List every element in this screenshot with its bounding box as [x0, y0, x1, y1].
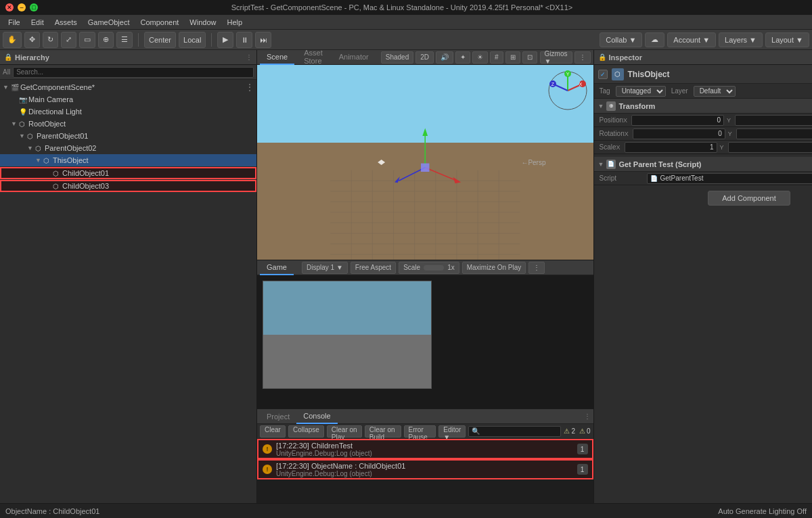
- panel-more-btn[interactable]: ⋮: [584, 413, 591, 420]
- child01-icon: ⬡: [53, 170, 62, 177]
- transform-header[interactable]: ▼ ⊕ Transform ? ⚙ ⋮: [594, 99, 813, 114]
- scale-control[interactable]: Scale 1x: [399, 262, 459, 274]
- hier-root-object[interactable]: ▼ ⬡ RootObject: [0, 118, 256, 130]
- menu-help[interactable]: Help: [221, 17, 248, 28]
- menu-file[interactable]: File: [3, 17, 26, 28]
- animator-tab[interactable]: Animator: [332, 50, 376, 65]
- layers-button[interactable]: Layers ▼: [719, 32, 763, 47]
- clear-btn[interactable]: Clear: [260, 425, 286, 438]
- console-row-0[interactable]: ! [17:22:30] ChildrenTest UnityEngine.De…: [257, 439, 593, 459]
- minimize-button[interactable]: –: [18, 3, 26, 11]
- scale-y-input[interactable]: [728, 142, 812, 153]
- maximize-button[interactable]: □: [30, 3, 38, 11]
- menu-assets[interactable]: Assets: [49, 17, 83, 28]
- fx-toggle[interactable]: ✦: [455, 51, 470, 64]
- rect-tool[interactable]: ▭: [79, 32, 95, 48]
- thisobject-icon: ⬡: [43, 157, 53, 164]
- console-search-input[interactable]: [468, 426, 561, 437]
- hier-parent01[interactable]: ▼ ⬡ ParentObject01: [0, 130, 256, 142]
- scene-grid[interactable]: #: [490, 51, 503, 64]
- play-button[interactable]: ▶: [217, 32, 233, 48]
- clear-on-play-btn[interactable]: Clear on Play: [327, 425, 362, 438]
- inspector-lock-icon[interactable]: 🔒: [598, 53, 606, 61]
- hier-main-camera[interactable]: 📷 Main Camera: [0, 93, 256, 105]
- error-pause-btn[interactable]: Error Pause: [404, 425, 436, 438]
- 2d-toggle[interactable]: 2D: [415, 51, 434, 64]
- collab-button[interactable]: Collab ▼: [600, 32, 642, 47]
- layout-button[interactable]: Layout ▼: [765, 32, 809, 47]
- maximize-on-play[interactable]: Maximize On Play: [462, 262, 526, 274]
- center-toggle[interactable]: Center: [144, 32, 176, 48]
- position-x-input[interactable]: [631, 115, 724, 126]
- gizmos-toggle[interactable]: Gizmos ▼: [540, 51, 572, 64]
- object-active-checkbox[interactable]: ✓: [598, 70, 608, 79]
- scale-row: Scale X Y Z: [594, 141, 813, 154]
- scale-x-input[interactable]: [625, 142, 717, 153]
- local-toggle[interactable]: Local: [179, 32, 206, 48]
- custom-tool[interactable]: ☰: [116, 32, 133, 48]
- console-row-1[interactable]: ! [17:22:30] ObjectName : ChildObject01 …: [257, 459, 593, 479]
- project-tab[interactable]: Project: [260, 409, 296, 424]
- audio-toggle[interactable]: 🔊: [436, 51, 453, 64]
- rotation-x-input[interactable]: [633, 128, 725, 139]
- main-toolbar: ✋ ✥ ↻ ⤢ ▭ ⊕ ☰ Center Local ▶ ⏸ ⏭ Collab …: [0, 30, 812, 50]
- console-line1-1: [17:22:30] ObjectName : ChildObject01: [276, 462, 573, 470]
- scene-tab[interactable]: Scene: [260, 50, 294, 65]
- scene-lighting[interactable]: ☀: [472, 51, 488, 64]
- orientation-gizmo[interactable]: X Y Z: [547, 70, 588, 111]
- inspector-title: Inspector: [609, 53, 643, 62]
- cloud-button[interactable]: ☁: [645, 32, 664, 47]
- hier-child03[interactable]: ⬡ ChildObject03: [0, 180, 256, 192]
- rotate-tool[interactable]: ↻: [43, 32, 58, 48]
- script-field-row: Script 📄 GetParentTest: [594, 172, 813, 185]
- script-value-field[interactable]: 📄 GetParentTest: [647, 173, 813, 184]
- script-component-header[interactable]: ▼ 📄 Get Parent Test (Script) ? ⚙ ⋮: [594, 157, 813, 172]
- hier-this-object[interactable]: ▼ ⬡ ThisObject: [0, 154, 256, 166]
- add-component-button[interactable]: Add Component: [708, 191, 790, 206]
- hier-parent02[interactable]: ▼ ⬡ ParentObject02: [0, 142, 256, 154]
- console-tab[interactable]: Console: [296, 409, 337, 424]
- menu-component[interactable]: Component: [135, 17, 184, 28]
- menu-edit[interactable]: Edit: [26, 17, 49, 28]
- position-y-input[interactable]: [735, 115, 812, 126]
- hierarchy-lock-icon[interactable]: 🔒: [4, 53, 12, 61]
- hierarchy-more-icon[interactable]: ⋮: [246, 53, 252, 61]
- scale-tool[interactable]: ⤢: [61, 32, 76, 48]
- display-dropdown[interactable]: Display 1 ▼: [302, 262, 348, 274]
- aspect-dropdown[interactable]: Free Aspect: [351, 262, 396, 274]
- script-arrow-icon: ▼: [598, 161, 604, 168]
- editor-dropdown[interactable]: Editor ▼: [438, 425, 466, 438]
- scene-more-btn[interactable]: ⋮: [574, 51, 591, 64]
- account-button[interactable]: Account ▼: [667, 32, 716, 47]
- shading-dropdown[interactable]: Shaded: [381, 51, 413, 64]
- step-button[interactable]: ⏭: [255, 32, 271, 48]
- svg-text:X: X: [579, 82, 582, 87]
- asset-store-tab[interactable]: Asset Store: [297, 50, 330, 65]
- scale-x-field: X: [616, 142, 717, 153]
- collapse-btn[interactable]: Collapse: [288, 425, 324, 438]
- move-tool[interactable]: ✥: [24, 32, 40, 48]
- close-button[interactable]: ✕: [5, 3, 14, 11]
- menu-gameobject[interactable]: GameObject: [83, 17, 135, 28]
- rotation-y-input[interactable]: [736, 128, 812, 139]
- scene-icon: 🎬: [11, 84, 20, 91]
- script-value-text: GetParentTest: [660, 174, 704, 182]
- layer-dropdown[interactable]: Default: [694, 86, 736, 97]
- transform-tool[interactable]: ⊕: [98, 32, 114, 48]
- tag-label: Tag: [600, 87, 610, 95]
- hand-tool[interactable]: ✋: [3, 32, 22, 48]
- hidden-wireframe[interactable]: ⊡: [522, 51, 537, 64]
- menu-window[interactable]: Window: [184, 17, 221, 28]
- hierarchy-search-input[interactable]: [13, 67, 254, 78]
- hier-directional-light[interactable]: 💡 Directional Light: [0, 105, 256, 118]
- game-more-btn[interactable]: ⋮: [528, 262, 545, 274]
- hier-child01[interactable]: ⬡ ChildObject01: [0, 167, 256, 179]
- scene-menu-icon[interactable]: ⋮: [246, 83, 254, 92]
- hierarchy-scene-root[interactable]: ▼ 🎬 GetComponentScene* ⋮: [0, 81, 256, 93]
- clear-on-build-btn[interactable]: Clear on Build: [365, 425, 401, 438]
- pause-button[interactable]: ⏸: [236, 32, 252, 48]
- render-mode[interactable]: ⊞: [505, 51, 520, 64]
- game-tab[interactable]: Game: [260, 260, 294, 275]
- tag-dropdown[interactable]: Untagged: [616, 86, 666, 97]
- scene-viewport[interactable]: ←Persp X Y: [257, 65, 593, 260]
